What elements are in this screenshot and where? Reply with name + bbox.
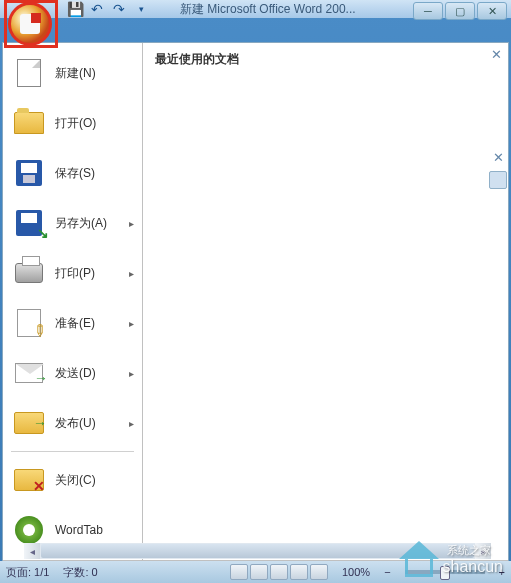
new-icon xyxy=(13,57,45,89)
close-window-button[interactable]: ✕ xyxy=(477,2,507,20)
close-doc-icon xyxy=(13,464,45,496)
zoom-in-button[interactable]: + xyxy=(499,566,505,578)
menu-left-panel: 新建(N) 打开(O) 保存(S) ↘ 另存为(A) 打印(P) xyxy=(3,43,143,560)
open-icon xyxy=(13,107,45,139)
save-icon xyxy=(13,157,45,189)
menu-item-send[interactable]: 发送(D) xyxy=(7,349,138,397)
menu-item-saveas[interactable]: ↘ 另存为(A) xyxy=(7,199,138,247)
maximize-button[interactable]: ▢ xyxy=(445,2,475,20)
qat-redo-icon[interactable]: ↷ xyxy=(110,0,128,18)
menu-label: 保存(S) xyxy=(55,165,95,182)
word-count[interactable]: 字数: 0 xyxy=(63,565,97,580)
menu-label: 发送(D) xyxy=(55,365,96,382)
zoom-level[interactable]: 100% xyxy=(342,566,370,578)
view-draft-icon[interactable] xyxy=(310,564,328,580)
menu-item-save[interactable]: 保存(S) xyxy=(7,149,138,197)
menu-body: 新建(N) 打开(O) 保存(S) ↘ 另存为(A) 打印(P) xyxy=(3,43,508,560)
menu-label: WordTab xyxy=(55,523,103,537)
view-print-layout-icon[interactable] xyxy=(230,564,248,580)
recent-title: 最近使用的文档 xyxy=(155,51,496,68)
window-controls: ─ ▢ ✕ xyxy=(413,2,507,20)
qat-save-icon[interactable]: 💾 xyxy=(66,0,84,18)
menu-label: 准备(E) xyxy=(55,315,95,332)
horizontal-scrollbar[interactable]: ◂ ▸ xyxy=(24,543,491,559)
menu-item-close[interactable]: 关闭(C) xyxy=(7,456,138,504)
send-icon xyxy=(13,357,45,389)
menu-item-open[interactable]: 打开(O) xyxy=(7,99,138,147)
scroll-right-icon[interactable]: ▸ xyxy=(475,543,491,559)
task-pane-icon[interactable] xyxy=(489,171,507,189)
titlebar: 💾 ↶ ↷ ▾ 新建 Microsoft Office Word 200... … xyxy=(0,0,511,18)
statusbar: 页面: 1/1 字数: 0 100% − + xyxy=(0,561,511,583)
qat-dropdown-icon[interactable]: ▾ xyxy=(132,0,150,18)
menu-item-print[interactable]: 打印(P) xyxy=(7,249,138,297)
office-menu: ✕ 新建(N) 打开(O) 保存(S) ↘ 另存为(A) xyxy=(2,42,509,583)
task-pane-close-icon[interactable]: ✕ xyxy=(493,150,504,165)
menu-label: 另存为(A) xyxy=(55,215,107,232)
wordtab-icon xyxy=(13,514,45,546)
prepare-icon xyxy=(13,307,45,339)
menu-item-prepare[interactable]: 准备(E) xyxy=(7,299,138,347)
task-pane-controls: ✕ xyxy=(489,150,507,189)
app-window: 💾 ↶ ↷ ▾ 新建 Microsoft Office Word 200... … xyxy=(0,0,511,583)
menu-label: 关闭(C) xyxy=(55,472,96,489)
menu-label: 打开(O) xyxy=(55,115,96,132)
publish-icon xyxy=(13,407,45,439)
window-title: 新建 Microsoft Office Word 200... xyxy=(180,1,356,18)
scroll-thumb[interactable] xyxy=(41,544,474,558)
view-web-icon[interactable] xyxy=(270,564,288,580)
view-outline-icon[interactable] xyxy=(290,564,308,580)
menu-close-icon[interactable]: ✕ xyxy=(491,47,502,62)
recent-documents-panel: 最近使用的文档 xyxy=(143,43,508,560)
view-buttons xyxy=(230,564,328,580)
print-icon xyxy=(13,257,45,289)
zoom-out-button[interactable]: − xyxy=(384,566,390,578)
view-fullscreen-icon[interactable] xyxy=(250,564,268,580)
page-indicator[interactable]: 页面: 1/1 xyxy=(6,565,49,580)
office-button[interactable] xyxy=(8,2,52,46)
menu-label: 新建(N) xyxy=(55,65,96,82)
zoom-slider[interactable] xyxy=(405,570,485,574)
menu-divider xyxy=(11,451,134,452)
scroll-left-icon[interactable]: ◂ xyxy=(24,543,40,559)
menu-item-publish[interactable]: 发布(U) xyxy=(7,399,138,447)
menu-label: 发布(U) xyxy=(55,415,96,432)
minimize-button[interactable]: ─ xyxy=(413,2,443,20)
quick-access-toolbar: 💾 ↶ ↷ ▾ xyxy=(66,0,150,18)
menu-label: 打印(P) xyxy=(55,265,95,282)
saveas-icon: ↘ xyxy=(13,207,45,239)
qat-undo-icon[interactable]: ↶ xyxy=(88,0,106,18)
menu-item-new[interactable]: 新建(N) xyxy=(7,49,138,97)
